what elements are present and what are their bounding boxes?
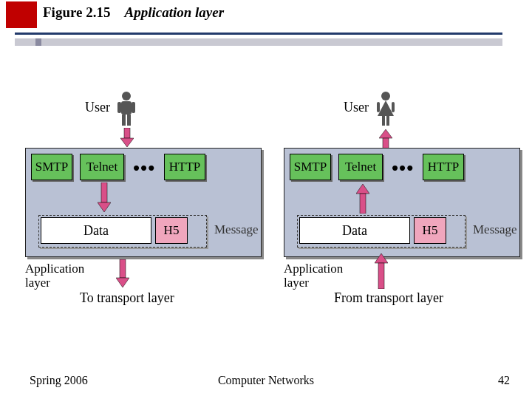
footer-course: Computer Networks <box>0 374 532 387</box>
protocol-http-left: HTTP <box>164 154 205 180</box>
protocol-telnet-left: Telnet <box>80 154 124 180</box>
svg-rect-8 <box>101 183 107 202</box>
protocol-http-right: HTTP <box>423 154 464 180</box>
arrow-up-icon <box>375 252 388 292</box>
svg-rect-5 <box>127 115 131 126</box>
slide-footer: Spring 2006 Computer Networks 42 <box>0 374 532 396</box>
app-layer-label-right: Application layer <box>284 262 343 290</box>
header-rule-grey <box>15 38 502 46</box>
slide-header: Figure 2.15 Application layer <box>0 0 532 44</box>
svg-rect-10 <box>120 259 126 278</box>
arrow-down-icon <box>116 259 129 292</box>
data-box-right: Data <box>299 217 410 244</box>
svg-marker-13 <box>378 100 394 116</box>
ellipsis-right: ••• <box>392 157 414 180</box>
protocol-telnet-right: Telnet <box>338 154 383 180</box>
user-female-icon <box>375 91 396 126</box>
user-label-right: User <box>344 100 369 115</box>
figure-name: Application layer <box>124 4 224 20</box>
svg-rect-1 <box>121 101 132 115</box>
header-accent-square <box>6 1 37 28</box>
svg-marker-11 <box>116 278 129 287</box>
svg-marker-22 <box>375 253 388 263</box>
protocol-smtp-right: SMTP <box>290 154 331 180</box>
protocol-smtp-left: SMTP <box>31 154 72 180</box>
h5-header-box-right: H5 <box>414 217 446 244</box>
figure-title: Figure 2.15 Application layer <box>43 4 224 21</box>
app-layer-label-left: Application layer <box>25 262 84 290</box>
h5-header-box-left: H5 <box>155 217 188 244</box>
svg-point-0 <box>122 92 131 100</box>
svg-rect-2 <box>117 102 121 113</box>
svg-rect-14 <box>377 102 380 112</box>
message-label-left: Message <box>214 222 258 237</box>
svg-rect-19 <box>383 138 389 149</box>
svg-marker-20 <box>356 184 369 194</box>
user-male-icon <box>117 91 136 126</box>
svg-rect-6 <box>124 128 130 138</box>
diagram: User SMTP Telnet ••• HTTP Data H5 Messag… <box>0 70 532 366</box>
svg-rect-4 <box>122 115 126 126</box>
svg-rect-17 <box>386 116 389 126</box>
svg-rect-23 <box>378 263 384 289</box>
svg-rect-16 <box>382 116 385 126</box>
svg-marker-9 <box>98 202 111 212</box>
message-label-right: Message <box>473 222 516 237</box>
arrow-up-icon <box>356 183 369 216</box>
svg-rect-3 <box>132 102 135 113</box>
footer-page-number: 42 <box>498 374 510 387</box>
svg-rect-21 <box>360 194 366 214</box>
arrow-down-icon <box>98 183 111 216</box>
svg-point-12 <box>381 92 390 100</box>
header-rule-dark <box>15 33 502 35</box>
svg-marker-7 <box>120 138 134 147</box>
svg-rect-15 <box>392 102 395 112</box>
transport-label-right: From transport layer <box>334 290 443 306</box>
transport-label-left: To transport layer <box>80 290 174 306</box>
user-label-left: User <box>85 100 110 115</box>
data-box-left: Data <box>41 217 151 244</box>
ellipsis-left: ••• <box>133 157 155 180</box>
svg-marker-18 <box>379 129 392 138</box>
figure-number: Figure 2.15 <box>43 4 110 20</box>
